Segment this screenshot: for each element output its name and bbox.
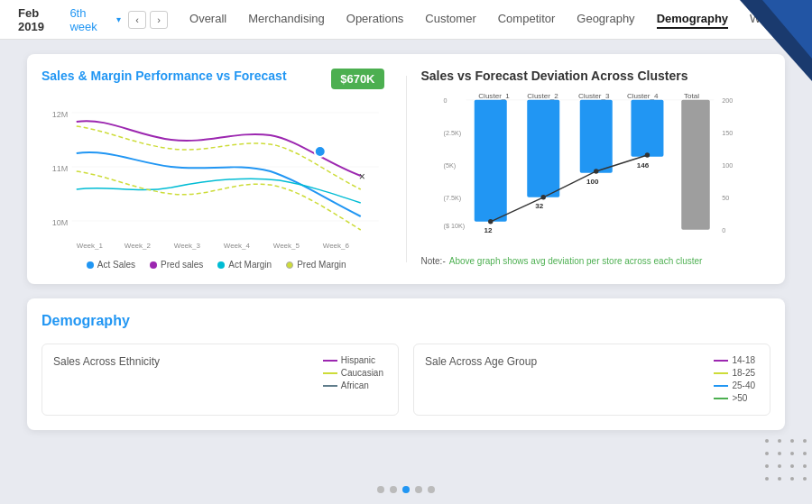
bar-chart-area: 0 (2.5K) (5K) (7.5K) ($ 10K) 200 150 100… [421,90,771,252]
demography-title: Demography [42,313,770,329]
svg-text:×: × [359,170,365,183]
nav-merchandising[interactable]: Merchandising [248,10,325,29]
nav-competitor[interactable]: Competitor [498,10,556,29]
legend-25-40: 25-40 [714,380,755,390]
svg-text:12M: 12M [52,110,69,119]
page-dot-1 [377,486,384,493]
right-chart-title: Sales vs Forecast Deviation Across Clust… [421,69,771,83]
svg-text:11M: 11M [52,164,69,173]
svg-text:100: 100 [586,178,598,186]
legend-50-plus: >50 [714,393,755,403]
svg-text:Cluster_1: Cluster_1 [478,92,510,100]
legend-18-25: 18-25 [714,368,755,378]
nav-menu: Overall Merchandising Operations Custome… [189,10,794,29]
svg-text:(5K): (5K) [443,161,456,170]
ethnicity-card: Sales Across Ethnicity Hispanic Caucasia… [42,344,399,416]
nav-overall[interactable]: Overall [189,10,226,29]
ethnicity-legend: Hispanic Caucasian African [323,355,383,390]
nav-customer[interactable]: Customer [425,10,475,29]
forecast-deviation-chart: Sales vs Forecast Deviation Across Clust… [421,69,771,270]
svg-text:Week_3: Week_3 [174,242,201,250]
page-indicator [377,486,435,493]
left-chart-area: 12M 11M 10M Week_1 Week_2 Week_3 Week_4 … [42,90,392,252]
legend-african: African [323,380,383,390]
svg-text:(7.5K): (7.5K) [443,194,461,202]
svg-point-39 [488,219,493,224]
svg-text:Week_6: Week_6 [323,242,350,250]
legend-pred-margin: Pred Margin [286,260,346,270]
nav-operations[interactable]: Operations [346,10,404,29]
svg-text:Week_5: Week_5 [273,242,300,250]
svg-point-42 [644,152,649,157]
svg-text:(2.5K): (2.5K) [443,129,461,137]
nav-prev-button[interactable]: ‹ [128,11,146,29]
corner-decoration-inner [762,0,812,59]
note-label: Note:- [421,256,446,266]
chart-note: Note:- Above graph shows avg deviation p… [421,256,771,266]
week-chevron-icon: ▾ [116,14,121,24]
svg-text:0: 0 [443,96,447,105]
nav-geography[interactable]: Geography [577,10,634,29]
svg-text:100: 100 [722,161,733,170]
legend-act-margin: Act Margin [217,260,272,270]
svg-rect-31 [527,100,559,197]
svg-point-41 [594,169,598,173]
svg-text:Week_2: Week_2 [125,242,152,250]
svg-text:Total: Total [683,92,698,100]
svg-text:50: 50 [722,194,729,202]
sales-margin-chart: Sales & Margin Performance vs Forecast $… [42,69,392,270]
header-week[interactable]: 6th week ▾ [69,6,121,33]
svg-text:Week_1: Week_1 [77,242,104,250]
svg-text:0: 0 [722,226,725,234]
chart-legend: Act Sales Pred sales Act Margin Pred Mar… [42,260,392,270]
age-group-card-title: Sale Across Age Group [425,355,759,368]
age-legend: 14-18 18-25 25-40 >50 [714,355,755,403]
svg-text:($ 10K): ($ 10K) [443,222,465,230]
legend-14-18: 14-18 [714,355,755,365]
legend-hispanic: Hispanic [323,355,383,365]
svg-text:Cluster_2: Cluster_2 [527,92,558,100]
nav-arrows: ‹ › [128,11,168,29]
page-dot-5 [428,486,435,493]
demography-section: Demography Sales Across Ethnicity Hispan… [27,298,785,430]
legend-pred-sales: Pred sales [150,260,203,270]
note-text: Above graph shows avg deviation per stor… [449,256,703,266]
svg-point-40 [540,195,545,199]
page-dot-3 [402,486,410,493]
chart-divider [406,76,407,262]
left-chart-svg: 12M 11M 10M Week_1 Week_2 Week_3 Week_4 … [42,90,392,252]
svg-rect-34 [681,100,710,230]
svg-point-12 [315,146,326,157]
nav-next-button[interactable]: › [150,11,168,29]
header-date: Feb 2019 [18,6,66,33]
svg-rect-33 [631,100,663,157]
legend-act-sales: Act Sales [87,260,135,270]
main-content: Sales & Margin Performance vs Forecast $… [0,40,812,504]
svg-rect-30 [474,100,506,222]
price-badge: $670K [331,69,383,89]
svg-text:Week_4: Week_4 [224,242,251,250]
dot-grid-decoration [765,439,812,486]
svg-text:12: 12 [484,226,492,234]
svg-text:146: 146 [636,161,649,170]
header-nav: Feb 2019 6th week ▾ ‹ › Overall Merchand… [0,0,812,40]
nav-demography[interactable]: Demography [657,10,728,29]
svg-text:32: 32 [535,202,543,210]
legend-caucasian: Caucasian [323,368,383,378]
svg-text:Cluster_3: Cluster_3 [577,92,609,100]
bar-chart-svg: 0 (2.5K) (5K) (7.5K) ($ 10K) 200 150 100… [421,90,771,252]
age-group-card: Sale Across Age Group 14-18 18-25 25-40 [413,344,770,416]
page-dot-4 [415,486,422,493]
svg-text:200: 200 [722,96,733,105]
svg-text:10M: 10M [52,218,69,227]
svg-text:Cluster_4: Cluster_4 [626,92,658,100]
svg-rect-32 [579,100,612,173]
charts-container: Sales & Margin Performance vs Forecast $… [27,54,785,284]
demography-cards-row: Sales Across Ethnicity Hispanic Caucasia… [42,344,770,416]
svg-text:150: 150 [722,129,733,137]
page-dot-2 [390,486,397,493]
